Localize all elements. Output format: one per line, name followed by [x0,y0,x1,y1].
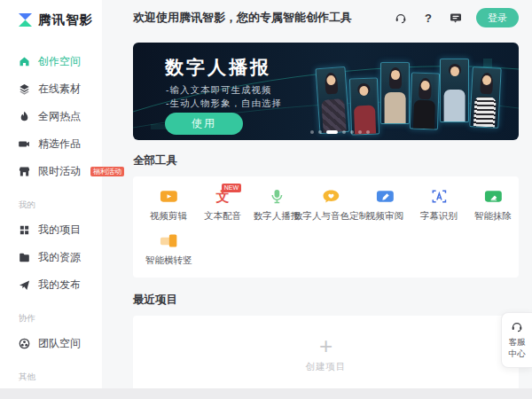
tool-text-dubbing[interactable]: 文NEW 文本配音 [200,188,246,223]
hero-banner: 数字人播报 -输入文本即可生成视频 -生动人物形象，自由选择 使用 [133,43,519,140]
carousel-dot[interactable] [326,130,338,134]
recent-heading: 最近项目 [133,293,519,308]
sidebar-group-title-mine: 我的 [0,185,102,216]
carousel-dots [310,130,370,134]
layers-icon [19,83,30,95]
new-badge: NEW [222,184,240,192]
send-icon [19,279,30,291]
tool-video-edit[interactable]: 视频剪辑 [145,188,192,223]
tools-heading: 全部工具 [133,153,519,168]
main-area: 欢迎使用腾讯智影，您的专属智能创作工具 ? 登录 数字人播报 -输入文本即 [102,0,532,399]
carousel-dot[interactable] [350,130,354,134]
sidebar-item-featured-works[interactable]: 精选作品 [0,130,102,158]
subtitle-recognition-icon [430,188,449,205]
sidebar-item-label: 在线素材 [38,82,81,97]
carousel-dot[interactable] [310,130,314,134]
carousel-dot[interactable] [366,130,370,134]
sidebar-item-my-publications[interactable]: 我的发布 [0,271,102,299]
sidebar-item-my-projects[interactable]: 我的项目 [0,216,102,244]
video-review-icon [376,188,395,205]
welcome-text: 欢迎使用腾讯智影，您的专属智能创作工具 [133,10,380,26]
sidebar-item-limited-events[interactable]: 限时活动 福利活动 [0,158,102,185]
sidebar-item-label: 我的发布 [38,278,81,293]
help-icon[interactable]: ? [421,11,435,25]
carousel-dot[interactable] [318,130,322,134]
smart-erase-icon [484,188,503,205]
digital-avatar [380,62,410,124]
carousel-dot[interactable] [358,130,362,134]
top-bar: 欢迎使用腾讯智影，您的专属智能创作工具 ? 登录 [102,0,532,35]
carousel-dot[interactable] [342,130,346,134]
use-button[interactable]: 使用 [165,113,243,135]
sidebar-item-label: 精选作品 [38,137,81,152]
app-logo[interactable]: 腾讯智影 [0,0,102,28]
tool-subtitle-recognition[interactable]: 字幕识别 [416,188,462,223]
page-bottom-strip [0,388,532,399]
microphone-icon [268,188,286,205]
banner-title: 数字人播报 [165,55,271,80]
recent-projects-card: + 创建项目 [133,316,519,392]
create-project-button[interactable]: + 创建项目 [306,335,347,373]
digital-avatar [469,66,502,129]
sidebar-menu: 创作空间 在线素材 全网热点 精选作品 限时活动 福利活动 [0,48,102,185]
shop-icon [19,166,30,177]
video-edit-icon [160,188,178,205]
tool-voice-customization[interactable]: 数字人与音色定制 [308,188,354,223]
tool-video-review[interactable]: 视频审阅 [362,188,408,223]
sidebar-item-label: 全网热点 [38,109,81,124]
tools-card: 视频剪辑 文NEW 文本配音 数字人播报 数字人与音色定制 视频审阅 [133,176,519,278]
tools-row-2: 智能横转竖 [145,232,508,267]
support-headset-icon [511,320,523,332]
sidebar-group-title-collab: 协作 [0,299,102,330]
digital-avatar [410,72,440,129]
digital-avatar [315,66,349,134]
app-window: 腾讯智影 创作空间 在线素材 全网热点 精选作品 限时活动 福利活 [0,0,532,399]
tools-row-1: 视频剪辑 文NEW 文本配音 数字人播报 数字人与音色定制 视频审阅 [145,188,508,223]
folder-icon [19,252,30,263]
headset-icon[interactable] [394,11,408,25]
video-camera-icon [19,138,30,150]
feedback-icon[interactable] [449,11,463,25]
support-center-button[interactable]: 客服 中心 [501,312,532,368]
sidebar-item-online-assets[interactable]: 在线素材 [0,75,102,103]
tool-smart-erase[interactable]: 智能抹除 [470,188,516,223]
rotate-video-icon [160,232,178,249]
sidebar-item-label: 团队空间 [38,336,81,351]
sidebar-item-creation-space[interactable]: 创作空间 [0,48,102,75]
grid-icon [19,224,30,236]
sidebar-item-label: 我的项目 [38,223,81,238]
plus-icon: + [306,335,347,356]
digital-avatar [440,59,469,122]
sidebar-item-team-space[interactable]: 团队空间 [0,330,102,357]
sidebar-item-my-resources[interactable]: 我的资源 [0,244,102,271]
tool-horizontal-to-vertical[interactable]: 智能横转竖 [145,232,192,267]
event-badge: 福利活动 [90,167,124,176]
sidebar-item-trending[interactable]: 全网热点 [0,103,102,130]
logo-text: 腾讯智影 [38,12,93,28]
banner-subtitle-2: -生动人物形象，自由选择 [166,98,282,110]
login-button[interactable]: 登录 [476,8,519,27]
banner-subtitle-1: -输入文本即可生成视频 [166,84,272,97]
sidebar-item-label: 创作空间 [38,54,81,69]
sidebar: 腾讯智影 创作空间 在线素材 全网热点 精选作品 限时活动 福利活 [0,0,102,399]
logo-icon [18,12,33,27]
digital-avatar [349,77,379,135]
sidebar-item-label: 限时活动 [38,164,81,179]
text-dubbing-icon: 文NEW [216,188,230,205]
flame-icon [19,111,30,122]
heart-bubble-icon [322,188,340,205]
team-icon [19,338,30,349]
sidebar-group-title-other: 其他 [0,357,102,388]
sidebar-item-label: 我的资源 [38,250,81,265]
home-icon [19,56,30,67]
